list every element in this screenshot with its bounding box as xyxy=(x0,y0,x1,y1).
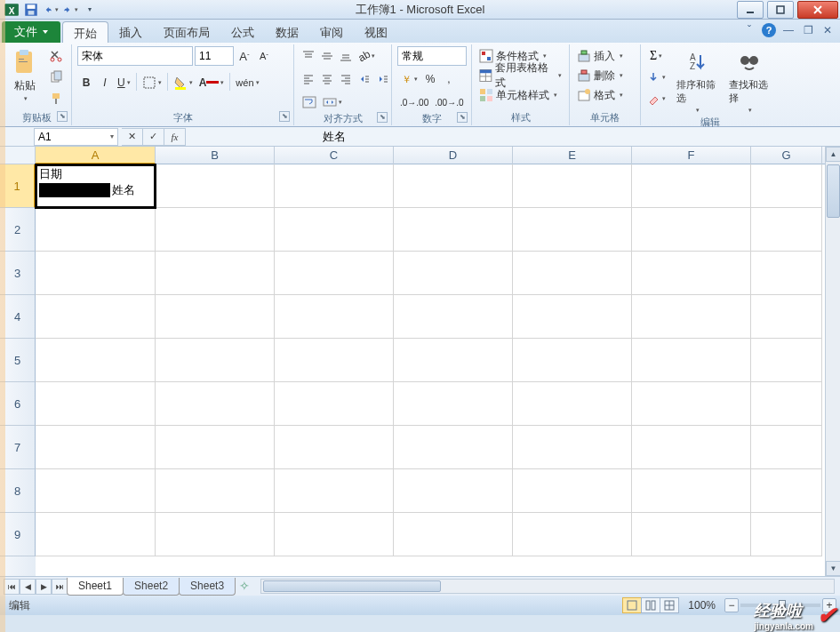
cell-G9[interactable] xyxy=(751,513,822,556)
cell-C7[interactable] xyxy=(275,426,394,469)
cell-D1[interactable] xyxy=(394,164,513,208)
font-size-select[interactable] xyxy=(195,46,234,66)
cell-B9[interactable] xyxy=(156,513,275,556)
cell-C2[interactable] xyxy=(275,208,394,252)
row-header-6[interactable]: 6 xyxy=(0,382,36,426)
cell-A4[interactable] xyxy=(36,295,156,339)
delete-cells-button[interactable]: 删除▾ xyxy=(575,66,625,85)
paste-button[interactable]: 粘贴 ▾ xyxy=(7,46,43,104)
cell-C4[interactable] xyxy=(275,295,394,339)
cell-B4[interactable] xyxy=(156,295,275,339)
formula-input[interactable]: 姓名 xyxy=(189,128,840,146)
help-icon[interactable]: ? xyxy=(762,23,776,37)
sheet-tab-2[interactable]: Sheet2 xyxy=(123,578,180,596)
cell-D5[interactable] xyxy=(394,339,513,382)
cell-D9[interactable] xyxy=(394,513,513,556)
row-header-4[interactable]: 4 xyxy=(0,295,36,339)
vertical-scrollbar[interactable]: ▲ ▼ xyxy=(825,147,840,576)
select-all-button[interactable] xyxy=(0,147,36,164)
cell-A8[interactable] xyxy=(36,469,156,513)
font-launcher[interactable]: ⬊ xyxy=(279,111,290,122)
cell-B7[interactable] xyxy=(156,426,275,469)
cells-area[interactable]: 日期 姓名 xyxy=(36,164,825,576)
cell-E9[interactable] xyxy=(513,513,632,556)
save-icon[interactable] xyxy=(23,2,39,18)
doc-close-icon[interactable]: ✕ xyxy=(820,23,835,37)
cell-D7[interactable] xyxy=(394,426,513,469)
font-color-button[interactable]: A▾ xyxy=(196,73,228,92)
minimize-ribbon-icon[interactable]: ˇ xyxy=(742,23,756,37)
scroll-down-button[interactable]: ▼ xyxy=(826,561,840,576)
tab-view[interactable]: 视图 xyxy=(354,21,398,43)
sheet-nav-next[interactable]: ▶ xyxy=(36,579,52,595)
cell-E8[interactable] xyxy=(513,469,632,513)
tab-formulas[interactable]: 公式 xyxy=(220,21,265,43)
cell-A2[interactable] xyxy=(36,208,156,252)
tab-home[interactable]: 开始 xyxy=(62,21,108,43)
cell-C9[interactable] xyxy=(275,513,394,556)
cell-E4[interactable] xyxy=(513,295,632,339)
increase-decimal-icon[interactable]: .0→.00 xyxy=(397,92,431,112)
row-header-7[interactable]: 7 xyxy=(0,426,36,469)
sheet-nav-last[interactable]: ⏭ xyxy=(52,579,68,595)
cell-G1[interactable] xyxy=(751,164,822,208)
file-tab[interactable]: 文件 xyxy=(2,21,60,43)
percent-icon[interactable]: % xyxy=(421,69,439,89)
cell-styles-button[interactable]: 单元格样式▾ xyxy=(477,85,559,105)
cell-E5[interactable] xyxy=(513,339,632,382)
cell-E6[interactable] xyxy=(513,382,632,426)
col-header-B[interactable]: B xyxy=(156,147,275,164)
cell-F5[interactable] xyxy=(632,339,751,382)
enter-formula-icon[interactable]: ✓ xyxy=(143,128,164,146)
phonetic-button[interactable]: wén▾ xyxy=(233,73,261,92)
zoom-slider-track[interactable] xyxy=(740,604,820,607)
cell-G6[interactable] xyxy=(751,382,822,426)
format-painter-icon[interactable] xyxy=(46,89,66,108)
alignment-launcher[interactable]: ⬊ xyxy=(377,112,388,123)
vscroll-thumb[interactable] xyxy=(827,164,840,218)
cell-E2[interactable] xyxy=(513,208,632,252)
cell-B8[interactable] xyxy=(156,469,275,513)
clipboard-launcher[interactable]: ⬊ xyxy=(57,111,68,122)
redo-icon[interactable]: ▾ xyxy=(62,2,78,18)
name-box[interactable]: A1 xyxy=(34,128,118,146)
maximize-button[interactable] xyxy=(767,1,794,19)
horizontal-scrollbar[interactable] xyxy=(260,579,835,594)
tab-review[interactable]: 审阅 xyxy=(309,21,354,43)
cell-B6[interactable] xyxy=(156,382,275,426)
cell-F1[interactable] xyxy=(632,164,751,208)
row-header-2[interactable]: 2 xyxy=(0,208,36,252)
border-button[interactable]: ▾ xyxy=(140,73,164,92)
fill-color-button[interactable]: ▾ xyxy=(171,73,196,92)
qat-customize-icon[interactable]: ▾ xyxy=(82,2,98,18)
cell-F9[interactable] xyxy=(632,513,751,556)
tab-insert[interactable]: 插入 xyxy=(108,21,153,43)
cell-E3[interactable] xyxy=(513,252,632,295)
cell-A5[interactable] xyxy=(36,339,156,382)
italic-button[interactable]: I xyxy=(96,73,114,92)
row-header-8[interactable]: 8 xyxy=(0,469,36,513)
zoom-out-button[interactable]: − xyxy=(724,598,739,612)
merge-center-icon[interactable]: ▾ xyxy=(320,92,345,112)
align-bottom-icon[interactable] xyxy=(337,46,355,66)
col-header-E[interactable]: E xyxy=(513,147,632,164)
close-button[interactable] xyxy=(797,1,838,19)
col-header-C[interactable]: C xyxy=(275,147,394,164)
cell-F8[interactable] xyxy=(632,469,751,513)
cell-E7[interactable] xyxy=(513,426,632,469)
tab-page-layout[interactable]: 页面布局 xyxy=(153,21,220,43)
col-header-F[interactable]: F xyxy=(632,147,751,164)
col-header-G[interactable]: G xyxy=(751,147,822,164)
cell-D8[interactable] xyxy=(394,469,513,513)
tab-data[interactable]: 数据 xyxy=(265,21,309,43)
cell-G4[interactable] xyxy=(751,295,822,339)
hscroll-thumb[interactable] xyxy=(263,580,441,592)
excel-icon[interactable]: X xyxy=(4,2,20,18)
cell-A3[interactable] xyxy=(36,252,156,295)
cell-D4[interactable] xyxy=(394,295,513,339)
comma-icon[interactable]: , xyxy=(440,69,458,89)
cell-A1[interactable]: 日期 姓名 xyxy=(36,164,156,208)
sheet-nav-prev[interactable]: ◀ xyxy=(20,579,36,595)
zoom-percent[interactable]: 100% xyxy=(683,599,721,612)
cell-C5[interactable] xyxy=(275,339,394,382)
